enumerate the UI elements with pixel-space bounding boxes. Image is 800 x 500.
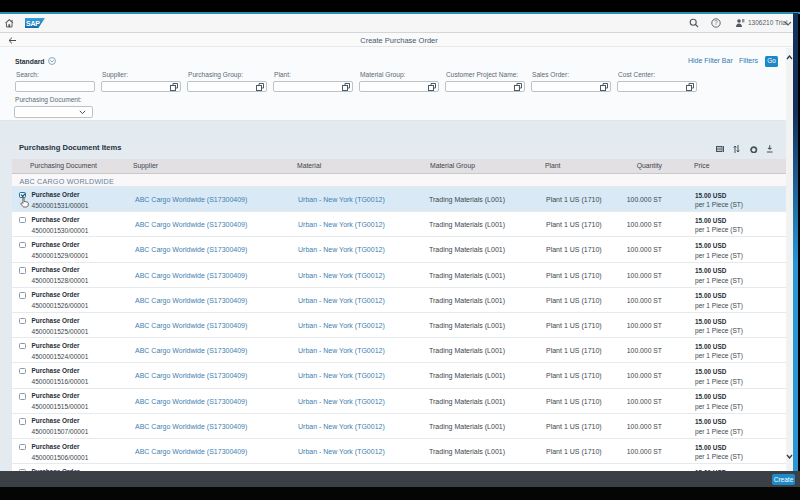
svg-text:SAP: SAP	[26, 20, 40, 27]
svg-text:?: ?	[714, 19, 718, 26]
